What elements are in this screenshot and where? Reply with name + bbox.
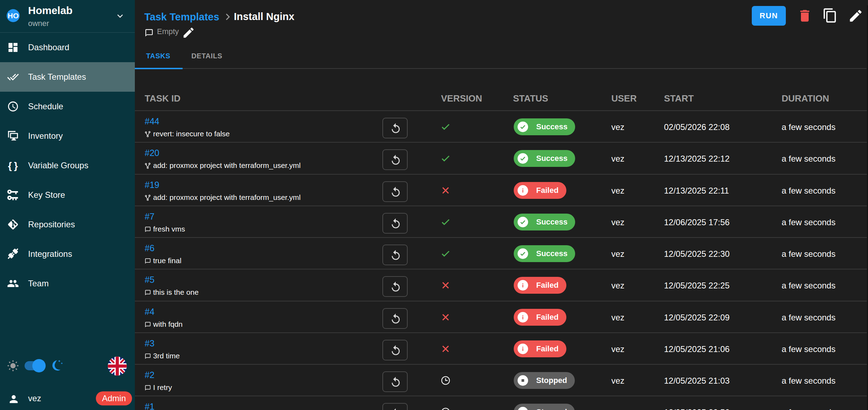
svg-text:{: { [8, 160, 12, 171]
svg-text:}: } [14, 160, 18, 171]
